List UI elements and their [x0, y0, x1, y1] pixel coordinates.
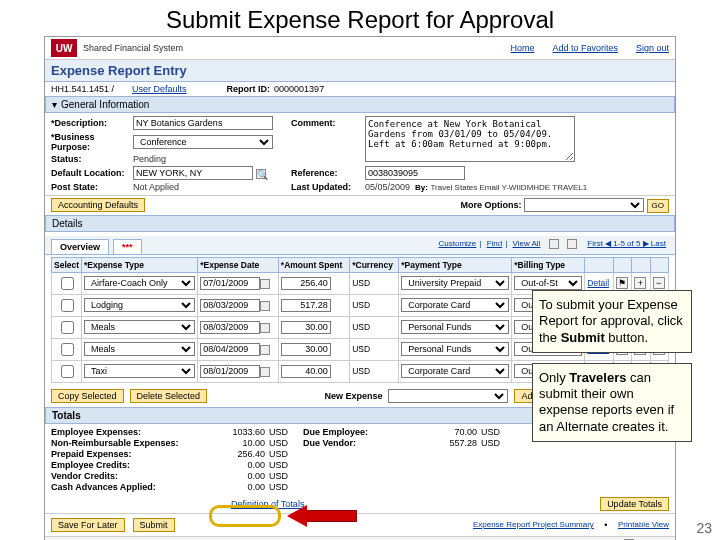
section-general[interactable]: ▾ General Information: [45, 96, 675, 113]
expense-date-input[interactable]: [200, 343, 260, 356]
total-label: [303, 471, 413, 481]
more-options-select[interactable]: [524, 198, 644, 212]
nav-home[interactable]: Home: [510, 43, 534, 53]
tab-overview[interactable]: Overview: [51, 239, 109, 254]
row-select[interactable]: [61, 321, 74, 334]
expense-type-select[interactable]: Airfare-Coach Only: [84, 276, 195, 290]
nav-signout[interactable]: Sign out: [636, 43, 669, 53]
calendar-icon[interactable]: [260, 345, 270, 355]
expense-type-select[interactable]: Taxi: [84, 364, 195, 378]
calendar-icon[interactable]: [260, 301, 270, 311]
row-detail-link[interactable]: Detail: [587, 278, 609, 288]
update-totals-button[interactable]: Update Totals: [600, 497, 669, 511]
expense-date-input[interactable]: [200, 365, 260, 378]
zoom-icon[interactable]: [567, 239, 577, 249]
updated-value: 05/05/2009: [365, 182, 410, 192]
expense-date-input[interactable]: [200, 299, 260, 312]
total-value: 0.00: [195, 482, 265, 492]
expense-type-select[interactable]: Lodging: [84, 298, 195, 312]
amount-input[interactable]: [281, 299, 331, 312]
comment-textarea[interactable]: Conference at New York Botanical Gardens…: [365, 116, 575, 162]
payment-type-select[interactable]: Personal Funds: [401, 342, 509, 356]
download-icon[interactable]: [549, 239, 559, 249]
billing-type-select[interactable]: Out-of-St: [514, 276, 582, 290]
row-select[interactable]: [61, 365, 74, 378]
delete-selected-button[interactable]: Delete Selected: [130, 389, 208, 403]
total-label: Non-Reimbursable Expenses:: [51, 438, 191, 448]
payment-type-select[interactable]: Corporate Card: [401, 298, 509, 312]
new-expense-select[interactable]: [388, 389, 508, 403]
lookup-icon[interactable]: 🔍: [256, 169, 266, 179]
updated-label: Last Updated:: [291, 182, 365, 192]
row-delete-icon[interactable]: −: [653, 277, 665, 289]
printable-view-link[interactable]: Printable View: [618, 520, 669, 529]
collapse-icon: ▾: [52, 99, 57, 110]
user-defaults-link[interactable]: User Defaults: [132, 84, 187, 94]
desc-input[interactable]: [133, 116, 273, 130]
amount-input[interactable]: [281, 343, 331, 356]
amount-input[interactable]: [281, 365, 331, 378]
updated-by-label: By:: [415, 183, 428, 192]
total-value: USD: [269, 471, 299, 481]
grid-customize[interactable]: Customize: [439, 239, 477, 248]
section-details: Details: [45, 215, 675, 232]
expense-date-input[interactable]: [200, 277, 260, 290]
expense-type-select[interactable]: Meals: [84, 320, 195, 334]
purpose-select[interactable]: Conference: [133, 135, 273, 149]
post-value: Not Applied: [133, 182, 291, 192]
row-select[interactable]: [61, 343, 74, 356]
amount-input[interactable]: [281, 321, 331, 334]
tab-detail[interactable]: ***: [113, 239, 142, 254]
expense-date-input[interactable]: [200, 321, 260, 334]
new-expense-label: New Expense: [324, 391, 382, 401]
grid-find[interactable]: Find: [487, 239, 503, 248]
row-select[interactable]: [61, 277, 74, 290]
total-value: 10.00: [195, 438, 265, 448]
payment-type-select[interactable]: Corporate Card: [401, 364, 509, 378]
loc-input[interactable]: [133, 166, 253, 180]
total-value: [481, 471, 511, 481]
project-summary-link[interactable]: Expense Report Project Summary: [473, 520, 594, 529]
row-flag-icon[interactable]: ⚑: [616, 277, 628, 289]
ref-input[interactable]: [365, 166, 465, 180]
col-header: *Billing Type: [512, 257, 585, 272]
col-header: Select: [52, 257, 82, 272]
general-form: *Description: Comment: Conference at New…: [45, 113, 675, 195]
total-label: Due Employee:: [303, 427, 413, 437]
total-value: USD: [269, 449, 299, 459]
arrow-annotation: [287, 505, 357, 527]
payment-type-select[interactable]: University Prepaid: [401, 276, 509, 290]
nav-favorites[interactable]: Add to Favorites: [552, 43, 618, 53]
copy-selected-button[interactable]: Copy Selected: [51, 389, 124, 403]
total-label: [303, 460, 413, 470]
grid-viewall[interactable]: View All: [513, 239, 541, 248]
save-for-later-button[interactable]: Save For Later: [51, 518, 125, 532]
total-value: [417, 471, 477, 481]
total-value: [481, 460, 511, 470]
calendar-icon[interactable]: [260, 279, 270, 289]
row-add-icon[interactable]: +: [634, 277, 646, 289]
total-label: Cash Advances Applied:: [51, 482, 191, 492]
total-value: 256.40: [195, 449, 265, 459]
total-label: Prepaid Expenses:: [51, 449, 191, 459]
expense-type-select[interactable]: Meals: [84, 342, 195, 356]
callout-submit: To submit your Expense Report for approv…: [532, 290, 692, 353]
calendar-icon[interactable]: [260, 323, 270, 333]
app-topbar: UW Shared Financial System Home Add to F…: [45, 37, 675, 60]
total-value: 0.00: [195, 460, 265, 470]
amount-input[interactable]: [281, 277, 331, 290]
page-title: Expense Report Entry: [45, 60, 675, 82]
total-value: USD: [269, 438, 299, 448]
submit-button[interactable]: Submit: [133, 518, 175, 532]
accounting-defaults-button[interactable]: Accounting Defaults: [51, 198, 145, 212]
total-label: [303, 482, 413, 492]
go-button[interactable]: GO: [647, 199, 669, 213]
total-value: USD: [269, 460, 299, 470]
grid-nav[interactable]: First ◀ 1-5 of 5 ▶ Last: [587, 239, 666, 248]
row-select[interactable]: [61, 299, 74, 312]
payment-type-select[interactable]: Personal Funds: [401, 320, 509, 334]
total-value: [481, 449, 511, 459]
total-value: USD: [481, 438, 511, 448]
calendar-icon[interactable]: [260, 367, 270, 377]
section-general-label: General Information: [61, 99, 149, 110]
